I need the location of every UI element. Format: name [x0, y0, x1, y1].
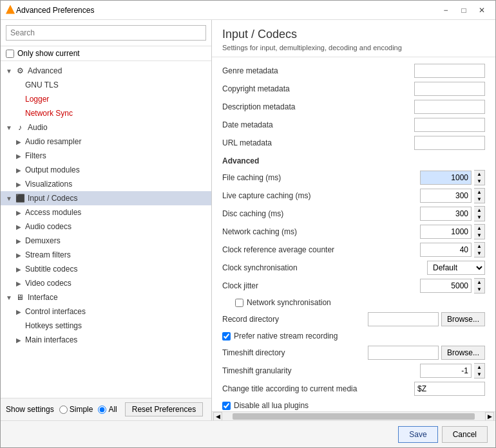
genre-row: Genre metadata [222, 62, 485, 79]
tree-item-demuxers[interactable]: ▶ Demuxers [1, 234, 211, 248]
live-caching-row: Live capture caching (ms) ▲ ▼ [222, 187, 485, 204]
all-radio[interactable] [98, 406, 106, 414]
tree-item-networksync[interactable]: Network Sync [1, 106, 211, 120]
simple-radio[interactable] [59, 406, 68, 414]
bottom-bar: Save Cancel [1, 420, 495, 447]
tree-item-audio-codecs[interactable]: ▶ Audio codecs [1, 219, 211, 234]
network-caching-control: ▲ ▼ [420, 224, 485, 239]
disable-lua-label: Disable all lua plugins [234, 401, 309, 410]
date-input[interactable] [414, 118, 485, 132]
timeshift-gran-input[interactable] [420, 364, 472, 378]
save-button[interactable]: Save [398, 426, 437, 443]
tree-item-hotkeys[interactable]: Hotkeys settings [1, 319, 211, 333]
copyright-row: Copyright metadata [222, 80, 485, 97]
tree-item-main-interfaces[interactable]: ▶ Main interfaces [1, 333, 211, 347]
description-input[interactable] [414, 100, 485, 114]
scroll-left-arrow[interactable]: ◀ [213, 412, 222, 421]
tree-label: Audio codecs [25, 222, 72, 231]
tree-label: Input / Codecs [28, 194, 77, 203]
timeshift-dir-input[interactable] [368, 346, 439, 360]
disable-lua-checkbox[interactable] [222, 402, 231, 410]
url-input[interactable] [414, 136, 485, 150]
clock-ref-down[interactable]: ▼ [474, 250, 484, 257]
clock-ref-spinner: ▲ ▼ [474, 242, 485, 257]
tree-item-visualizations[interactable]: ▶ Visualizations [1, 177, 211, 191]
network-caching-down[interactable]: ▼ [474, 232, 484, 239]
copyright-label: Copyright metadata [222, 84, 414, 93]
network-caching-input[interactable] [420, 225, 472, 239]
tree-item-stream-filters[interactable]: ▶ Stream filters [1, 248, 211, 262]
clock-jitter-row: Clock jitter ▲ ▼ [222, 277, 485, 294]
tree-item-output-modules[interactable]: ▶ Output modules [1, 163, 211, 177]
scroll-thumb[interactable] [233, 413, 475, 420]
arrow-icon: ▶ [16, 308, 24, 315]
record-dir-browse-button[interactable]: Browse... [441, 312, 485, 326]
page-title: Input / Codecs [222, 28, 485, 41]
disc-caching-down[interactable]: ▼ [474, 214, 484, 221]
only-show-checkbox[interactable] [6, 50, 14, 58]
clock-ref-up[interactable]: ▲ [474, 243, 484, 250]
clock-jitter-up[interactable]: ▲ [474, 279, 484, 286]
tree-item-video-codecs[interactable]: ▶ Video codecs [1, 276, 211, 290]
tree-item-interface[interactable]: ▼ 🖥 Interface [1, 290, 211, 304]
reset-preferences-button[interactable]: Reset Preferences [125, 402, 203, 416]
scroll-right-arrow[interactable]: ▶ [485, 412, 494, 421]
file-caching-input[interactable] [420, 171, 472, 185]
tree-item-advanced[interactable]: ▼ ⚙ Advanced [1, 64, 211, 78]
tree-item-audio[interactable]: ▼ ♪ Audio [1, 120, 211, 135]
tree-label: Main interfaces [25, 335, 77, 344]
tree-item-gnutls[interactable]: GNU TLS [1, 78, 211, 92]
timeshift-dir-label: Timeshift directory [222, 348, 368, 357]
live-caching-control: ▲ ▼ [420, 188, 485, 203]
window-controls: − □ ✕ [437, 3, 490, 17]
tree-label: Video codecs [25, 279, 72, 288]
timeshift-dir-browse-button[interactable]: Browse... [441, 346, 485, 360]
close-button[interactable]: ✕ [473, 3, 490, 17]
app-window: Advanced Preferences − □ ✕ Only show cur… [0, 0, 496, 448]
maximize-button[interactable]: □ [455, 3, 472, 17]
disc-caching-up[interactable]: ▲ [474, 207, 484, 214]
record-dir-label: Record directory [222, 315, 368, 324]
left-panel: Only show current ▼ ⚙ Advanced GNU TLS L… [1, 20, 212, 420]
clock-sync-select[interactable]: Default Custom [427, 261, 485, 275]
arrow-icon: ▶ [16, 153, 24, 160]
arrow-icon: ▶ [16, 280, 24, 287]
search-input[interactable] [6, 25, 206, 41]
network-caching-row: Network caching (ms) ▲ ▼ [222, 223, 485, 240]
prefer-native-checkbox[interactable] [222, 332, 231, 341]
file-caching-down[interactable]: ▼ [474, 178, 484, 185]
clock-jitter-down[interactable]: ▼ [474, 286, 484, 293]
tree-item-access-modules[interactable]: ▶ Access modules [1, 205, 211, 219]
live-caching-input[interactable] [420, 189, 472, 203]
live-caching-down[interactable]: ▼ [474, 196, 484, 203]
network-caching-up[interactable]: ▲ [474, 225, 484, 232]
record-dir-input[interactable] [368, 312, 439, 326]
copyright-input[interactable] [414, 82, 485, 96]
app-icon [6, 5, 16, 15]
tree-label: Filters [25, 151, 46, 160]
file-caching-up[interactable]: ▲ [474, 171, 484, 178]
tree-item-filters[interactable]: ▶ Filters [1, 149, 211, 163]
disc-caching-input[interactable] [420, 207, 472, 221]
change-title-input[interactable] [414, 382, 485, 396]
title-bar: Advanced Preferences − □ ✕ [1, 1, 495, 20]
clock-jitter-input[interactable] [420, 279, 472, 293]
network-sync-checkbox[interactable] [235, 299, 243, 307]
tree-item-logger[interactable]: Logger [1, 92, 211, 106]
horizontal-scrollbar[interactable]: ◀ ▶ [212, 411, 495, 420]
disc-caching-row: Disc caching (ms) ▲ ▼ [222, 205, 485, 222]
tree-item-input-codecs[interactable]: ▼ ⬛ Input / Codecs [1, 191, 211, 205]
genre-input[interactable] [414, 64, 485, 78]
cancel-button[interactable]: Cancel [442, 426, 488, 443]
arrow-icon: ▼ [6, 68, 14, 75]
clock-ref-row: Clock reference average counter ▲ ▼ [222, 241, 485, 258]
arrow-icon: ▼ [6, 124, 14, 131]
timeshift-gran-up[interactable]: ▲ [474, 364, 484, 371]
timeshift-gran-down[interactable]: ▼ [474, 371, 484, 378]
live-caching-up[interactable]: ▲ [474, 189, 484, 196]
clock-ref-input[interactable] [420, 243, 472, 257]
tree-item-control-interfaces[interactable]: ▶ Control interfaces [1, 304, 211, 319]
tree-item-subtitle-codecs[interactable]: ▶ Subtitle codecs [1, 262, 211, 276]
minimize-button[interactable]: − [437, 3, 454, 17]
tree-item-audio-resampler[interactable]: ▶ Audio resampler [1, 135, 211, 149]
